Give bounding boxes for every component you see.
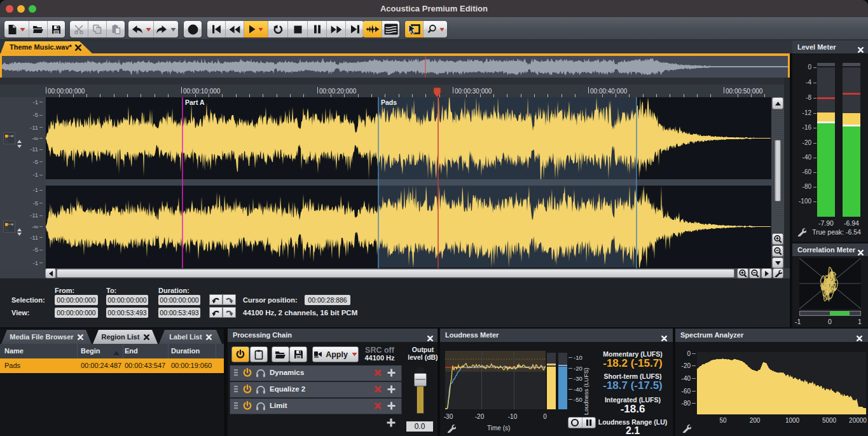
svg-text:Pads: Pads (381, 99, 397, 106)
svg-text:Part A: Part A (185, 99, 205, 106)
